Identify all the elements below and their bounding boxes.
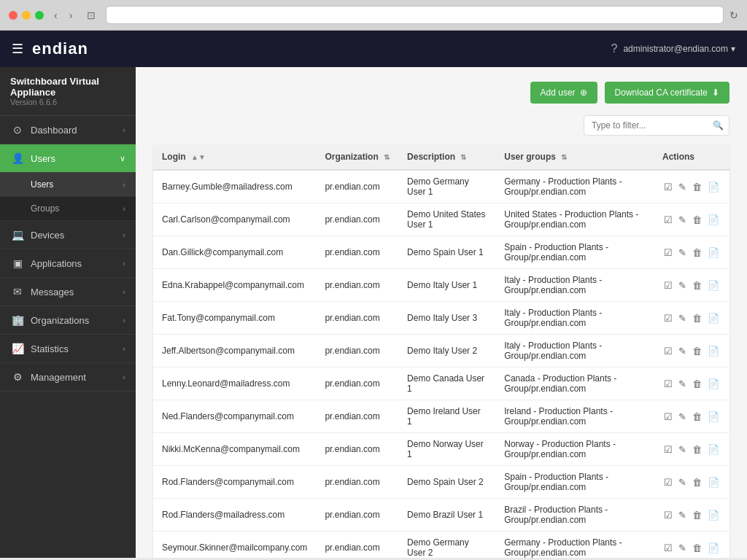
- filter-input[interactable]: [584, 115, 729, 136]
- edit-icon[interactable]: ✎: [677, 377, 688, 391]
- forward-button[interactable]: ›: [65, 8, 77, 23]
- delete-icon[interactable]: 🗑: [691, 475, 703, 489]
- certificate-icon[interactable]: 📄: [706, 344, 721, 358]
- certificate-icon[interactable]: 📄: [706, 410, 721, 424]
- edit-icon[interactable]: ✎: [677, 410, 688, 424]
- cell-user-groups: Germany - Production Plants - Group/pr.e…: [495, 532, 654, 559]
- close-button[interactable]: [9, 11, 18, 20]
- table-header: Login ▲▼ Organization ⇅ Description ⇅: [153, 144, 729, 170]
- edit-icon[interactable]: ✎: [677, 279, 688, 292]
- permissions-icon[interactable]: ☑: [662, 410, 674, 424]
- permissions-icon[interactable]: ☑: [662, 213, 674, 227]
- permissions-icon[interactable]: ☑: [662, 279, 674, 292]
- delete-icon[interactable]: 🗑: [691, 344, 703, 358]
- edit-icon[interactable]: ✎: [677, 180, 688, 194]
- delete-icon[interactable]: 🗑: [691, 180, 703, 194]
- table-row: Rod.Flanders@companymail.compr.endian.co…: [153, 466, 729, 499]
- certificate-icon[interactable]: 📄: [706, 475, 721, 489]
- edit-icon[interactable]: ✎: [677, 311, 688, 325]
- edit-icon[interactable]: ✎: [677, 443, 688, 456]
- table-row: Ned.Flanders@companymail.compr.endian.co…: [153, 400, 729, 433]
- sidebar-item-organizations[interactable]: 🏢 Organizations ›: [0, 306, 136, 335]
- filter-input-wrap: 🔍: [584, 115, 729, 136]
- cell-login: Barney.Gumble@mailadress.com: [153, 170, 316, 203]
- help-icon[interactable]: ?: [611, 42, 618, 55]
- edit-icon[interactable]: ✎: [677, 246, 688, 260]
- certificate-icon[interactable]: 📄: [706, 213, 721, 227]
- sidebar-item-devices[interactable]: 💻 Devices ›: [0, 221, 136, 249]
- sort-icon-desc[interactable]: ⇅: [460, 153, 466, 161]
- delete-icon[interactable]: 🗑: [691, 443, 703, 456]
- cell-user-groups: Germany - Production Plants - Group/pr.e…: [495, 170, 654, 203]
- download-ca-button[interactable]: Download CA certificate ⬇: [605, 82, 729, 104]
- management-icon: ⚙: [10, 371, 25, 383]
- hamburger-icon[interactable]: ☰: [12, 41, 23, 57]
- sort-icon-org[interactable]: ⇅: [384, 153, 390, 161]
- add-user-label: Add user: [541, 88, 576, 98]
- edit-icon[interactable]: ✎: [677, 508, 688, 522]
- cell-login: Rod.Flanders@mailadress.com: [153, 499, 316, 532]
- sort-icon-groups[interactable]: ⇅: [561, 153, 567, 161]
- cell-login: Ned.Flanders@companymail.com: [153, 400, 316, 433]
- sidebar-item-messages[interactable]: ✉ Messages ›: [0, 278, 136, 306]
- col-header-user-groups[interactable]: User groups ⇅: [495, 144, 654, 170]
- certificate-icon[interactable]: 📄: [706, 541, 721, 555]
- sidebar-sub-item-groups[interactable]: Groups ›: [0, 197, 136, 221]
- certificate-icon[interactable]: 📄: [706, 443, 721, 456]
- permissions-icon[interactable]: ☑: [662, 180, 674, 194]
- permissions-icon[interactable]: ☑: [662, 508, 674, 522]
- sidebar-item-management[interactable]: ⚙ Management ›: [0, 363, 136, 392]
- edit-icon[interactable]: ✎: [677, 213, 688, 227]
- chevron-right-icon-sub: ›: [123, 180, 125, 189]
- admin-info[interactable]: administrator@endian.com ▾: [623, 44, 735, 54]
- col-header-description[interactable]: Description ⇅: [398, 144, 495, 170]
- back-button[interactable]: ‹: [50, 8, 62, 23]
- sort-icon-login[interactable]: ▲▼: [191, 153, 206, 161]
- col-header-login[interactable]: Login ▲▼: [153, 144, 316, 170]
- sidebar-sub-item-users[interactable]: Users ›: [0, 173, 136, 197]
- edit-icon[interactable]: ✎: [677, 541, 688, 555]
- sidebar-item-applications[interactable]: ▣ Applications ›: [0, 249, 136, 278]
- permissions-icon[interactable]: ☑: [662, 246, 674, 260]
- delete-icon[interactable]: 🗑: [691, 213, 703, 227]
- delete-icon[interactable]: 🗑: [691, 279, 703, 292]
- permissions-icon[interactable]: ☑: [662, 377, 674, 391]
- permissions-icon[interactable]: ☑: [662, 541, 674, 555]
- delete-icon[interactable]: 🗑: [691, 311, 703, 325]
- delete-icon[interactable]: 🗑: [691, 377, 703, 391]
- chevron-right-icon-stats: ›: [123, 344, 125, 353]
- certificate-icon[interactable]: 📄: [706, 246, 721, 260]
- certificate-icon[interactable]: 📄: [706, 311, 721, 325]
- certificate-icon[interactable]: 📄: [706, 508, 721, 522]
- cell-organization: pr.endian.com: [316, 269, 398, 302]
- permissions-icon[interactable]: ☑: [662, 311, 674, 325]
- permissions-icon[interactable]: ☑: [662, 443, 674, 456]
- devices-icon: 💻: [10, 229, 25, 241]
- delete-icon[interactable]: 🗑: [691, 410, 703, 424]
- col-header-organization[interactable]: Organization ⇅: [316, 144, 398, 170]
- add-user-button[interactable]: Add user ⊕: [530, 82, 597, 104]
- maximize-button[interactable]: [35, 11, 44, 20]
- sidebar-item-dashboard[interactable]: ⊙ Dashboard ›: [0, 116, 136, 144]
- minimize-button[interactable]: [22, 11, 31, 20]
- certificate-icon[interactable]: 📄: [706, 279, 721, 292]
- sidebar-item-users[interactable]: 👤 Users ∨: [0, 144, 136, 173]
- edit-icon[interactable]: ✎: [677, 344, 688, 358]
- address-bar[interactable]: [106, 6, 724, 24]
- delete-icon[interactable]: 🗑: [691, 508, 703, 522]
- sidebar-sub-label-users: Users: [31, 179, 53, 190]
- cell-organization: pr.endian.com: [316, 302, 398, 335]
- chevron-right-icon-apps: ›: [123, 259, 125, 268]
- delete-icon[interactable]: 🗑: [691, 541, 703, 555]
- sidebar-toggle-button[interactable]: ⊡: [82, 8, 100, 23]
- table-body: Barney.Gumble@mailadress.compr.endian.co…: [153, 170, 729, 558]
- sidebar-item-statistics[interactable]: 📈 Statistics ›: [0, 335, 136, 363]
- certificate-icon[interactable]: 📄: [706, 377, 721, 391]
- reload-button[interactable]: ↻: [729, 9, 738, 21]
- delete-icon[interactable]: 🗑: [691, 246, 703, 260]
- certificate-icon[interactable]: 📄: [706, 180, 721, 194]
- edit-icon[interactable]: ✎: [677, 475, 688, 489]
- permissions-icon[interactable]: ☑: [662, 475, 674, 489]
- cell-organization: pr.endian.com: [316, 335, 398, 368]
- permissions-icon[interactable]: ☑: [662, 344, 674, 358]
